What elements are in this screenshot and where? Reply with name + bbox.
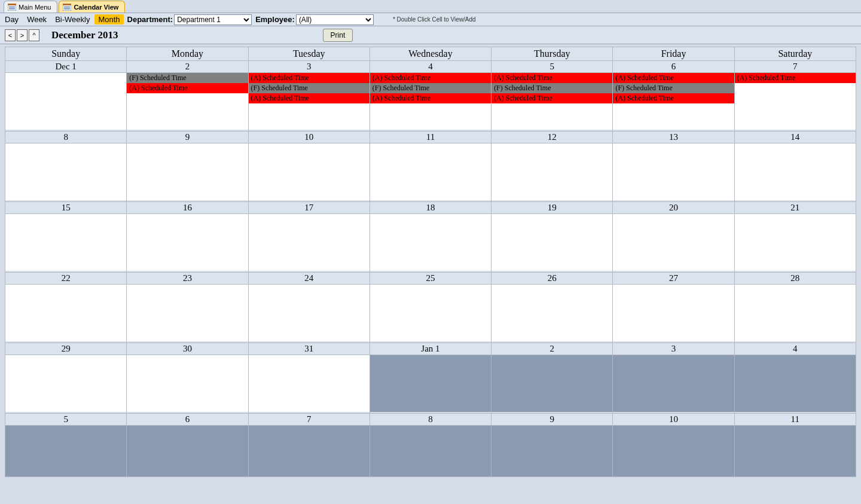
calendar-cell[interactable]: 6 [127,414,248,477]
calendar-cell[interactable]: Dec 1 [5,61,127,132]
cell-body[interactable] [5,285,126,341]
cell-body[interactable] [5,214,126,271]
department-select[interactable]: Department 1 [174,14,252,25]
calendar-cell[interactable]: 20 [613,202,734,273]
scheduled-event[interactable]: (F) Scheduled Time [249,83,370,93]
cell-body[interactable] [735,143,856,200]
calendar-cell[interactable]: 26 [491,273,613,343]
cell-body[interactable] [127,426,248,476]
prev-button[interactable]: < [5,29,16,41]
cell-body[interactable] [5,355,126,412]
calendar-cell[interactable]: 4(A) Scheduled Time(F) Scheduled Time(A)… [370,61,491,132]
calendar-cell[interactable]: 12 [491,132,613,202]
cell-body[interactable] [370,285,491,341]
calendar-cell[interactable]: 31 [248,343,370,414]
scheduled-event[interactable]: (A) Scheduled Time [127,83,248,93]
view-biweekly-button[interactable]: Bi-Weekly [51,14,93,25]
calendar-cell[interactable]: 8 [370,414,491,477]
cell-body[interactable] [5,426,126,476]
view-week-button[interactable]: Week [23,14,50,25]
calendar-cell[interactable]: 22 [5,273,127,343]
cell-body[interactable] [613,426,734,476]
cell-body[interactable] [491,285,612,341]
calendar-cell[interactable]: 21 [734,202,856,273]
scheduled-event[interactable]: (F) Scheduled Time [491,83,612,93]
cell-body[interactable] [735,355,856,412]
calendar-cell[interactable]: 2 [491,343,613,414]
cell-body[interactable] [5,73,126,130]
calendar-cell[interactable]: 10 [613,414,734,477]
scheduled-event[interactable]: (F) Scheduled Time [613,83,734,93]
cell-body[interactable]: (A) Scheduled Time(F) Scheduled Time(A) … [370,73,491,130]
next-button[interactable]: > [17,29,28,41]
cell-body[interactable] [5,143,126,200]
cell-body[interactable] [127,214,248,271]
cell-body[interactable] [491,214,612,271]
cell-body[interactable] [491,426,612,476]
scheduled-event[interactable]: (A) Scheduled Time [613,73,734,83]
calendar-cell[interactable]: 23 [127,273,248,343]
cell-body[interactable] [613,355,734,412]
up-button[interactable]: ^ [29,29,39,41]
cell-body[interactable] [613,143,734,200]
cell-body[interactable] [249,214,370,271]
cell-body[interactable] [613,285,734,341]
cell-body[interactable] [249,355,370,412]
calendar-cell[interactable]: 19 [491,202,613,273]
calendar-cell[interactable]: 29 [5,343,127,414]
calendar-cell[interactable]: 8 [5,132,127,202]
calendar-cell[interactable]: 9 [491,414,613,477]
calendar-cell[interactable]: 11 [734,414,856,477]
calendar-cell[interactable]: 15 [5,202,127,273]
scheduled-event[interactable]: (A) Scheduled Time [249,73,370,83]
calendar-cell[interactable]: 6(A) Scheduled Time(F) Scheduled Time(A)… [613,61,734,132]
calendar-cell[interactable]: Jan 1 [370,343,491,414]
scheduled-event[interactable]: (F) Scheduled Time [127,73,248,83]
scheduled-event[interactable]: (A) Scheduled Time [491,73,612,83]
cell-body[interactable]: (A) Scheduled Time(F) Scheduled Time(A) … [249,73,370,130]
calendar-cell[interactable]: 28 [734,273,856,343]
calendar-cell[interactable]: 24 [248,273,370,343]
print-button[interactable]: Print [323,29,353,42]
cell-body[interactable] [127,285,248,341]
calendar-cell[interactable]: 14 [734,132,856,202]
calendar-cell[interactable]: 7(A) Scheduled Time [734,61,856,132]
view-month-button[interactable]: Month [94,14,123,25]
calendar-cell[interactable]: 3 [613,343,734,414]
cell-body[interactable]: (F) Scheduled Time(A) Scheduled Time [127,73,248,130]
cell-body[interactable] [127,355,248,412]
calendar-cell[interactable]: 18 [370,202,491,273]
calendar-cell[interactable]: 13 [613,132,734,202]
calendar-cell[interactable]: 27 [613,273,734,343]
cell-body[interactable] [370,214,491,271]
scheduled-event[interactable]: (A) Scheduled Time [370,73,491,83]
cell-body[interactable] [249,426,370,476]
cell-body[interactable] [370,426,491,476]
scheduled-event[interactable]: (F) Scheduled Time [370,83,491,93]
cell-body[interactable] [249,143,370,200]
cell-body[interactable] [613,214,734,271]
cell-body[interactable]: (A) Scheduled Time(F) Scheduled Time(A) … [613,73,734,130]
calendar-cell[interactable]: 3(A) Scheduled Time(F) Scheduled Time(A)… [248,61,370,132]
view-day-button[interactable]: Day [1,14,22,25]
cell-body[interactable] [370,143,491,200]
cell-body[interactable]: (A) Scheduled Time(F) Scheduled Time(A) … [491,73,612,130]
scheduled-event[interactable]: (A) Scheduled Time [613,93,734,103]
calendar-cell[interactable]: 30 [127,343,248,414]
cell-body[interactable] [735,426,856,476]
employee-select[interactable]: (All) [296,14,374,25]
calendar-cell[interactable]: 7 [248,414,370,477]
cell-body[interactable] [735,285,856,341]
calendar-cell[interactable]: 16 [127,202,248,273]
calendar-cell[interactable]: 17 [248,202,370,273]
calendar-cell[interactable]: 10 [248,132,370,202]
scheduled-event[interactable]: (A) Scheduled Time [491,93,612,103]
scheduled-event[interactable]: (A) Scheduled Time [370,93,491,103]
cell-body[interactable] [735,214,856,271]
calendar-cell[interactable]: 11 [370,132,491,202]
tab-main-menu[interactable]: Main Menu [4,1,57,13]
calendar-cell[interactable]: 5 [5,414,127,477]
cell-body[interactable] [249,285,370,341]
calendar-cell[interactable]: 4 [734,343,856,414]
cell-body[interactable] [370,355,491,412]
